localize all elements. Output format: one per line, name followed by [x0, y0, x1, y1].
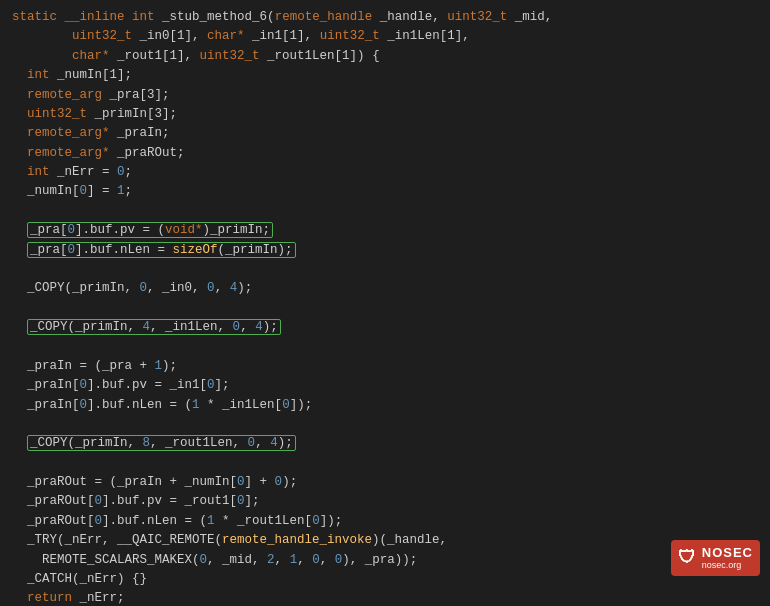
shield-icon: 🛡: [678, 544, 696, 572]
code-line-18: _COPY(_primIn, 8, _rout1Len, 0, 4);: [12, 434, 758, 453]
code-line-5: remote_arg _pra[3];: [12, 86, 758, 105]
code-line-16: _praIn[0].buf.pv = _in1[0];: [12, 376, 758, 395]
code-line-9: int _nErr = 0;: [12, 163, 758, 182]
code-line-20: _praROut[0].buf.pv = _rout1[0];: [12, 492, 758, 511]
code-line-10: _numIn[0] = 1;: [12, 182, 758, 201]
code-line-3: char* _rout1[1], uint32_t _rout1Len[1]) …: [12, 47, 758, 66]
code-line-blank3: [12, 299, 758, 318]
code-line-11: _pra[0].buf.pv = (void*)_primIn;: [12, 221, 758, 240]
code-line-14: _COPY(_primIn, 4, _in1Len, 0, 4);: [12, 318, 758, 337]
code-line-21: _praROut[0].buf.nLen = (1 * _rout1Len[0]…: [12, 512, 758, 531]
code-line-6: uint32_t _primIn[3];: [12, 105, 758, 124]
nosec-badge: 🛡 NOSEC nosec.org: [671, 540, 760, 576]
code-line-17: _praIn[0].buf.nLen = (1 * _in1Len[0]);: [12, 396, 758, 415]
code-line-blank4: [12, 337, 758, 356]
code-line-12: _pra[0].buf.nLen = sizeOf(_primIn);: [12, 241, 758, 260]
code-line-7: remote_arg* _praIn;: [12, 124, 758, 143]
code-line-15: _praIn = (_pra + 1);: [12, 357, 758, 376]
code-line-22: _TRY(_nErr, __QAIC_REMOTE(remote_handle_…: [12, 531, 758, 550]
code-line-25: return _nErr;: [12, 589, 758, 606]
code-viewer: static __inline int _stub_method_6(remot…: [0, 0, 770, 606]
code-line-1: static __inline int _stub_method_6(remot…: [12, 8, 758, 27]
code-line-blank1: [12, 202, 758, 221]
code-line-19: _praROut = (_praIn + _numIn[0] + 0);: [12, 473, 758, 492]
code-line-8: remote_arg* _praROut;: [12, 144, 758, 163]
code-line-4: int _numIn[1];: [12, 66, 758, 85]
code-line-2: uint32_t _in0[1], char* _in1[1], uint32_…: [12, 27, 758, 46]
code-line-24: _CATCH(_nErr) {}: [12, 570, 758, 589]
code-line-13: _COPY(_primIn, 0, _in0, 0, 4);: [12, 279, 758, 298]
code-line-blank5: [12, 415, 758, 434]
code-line-blank6: [12, 454, 758, 473]
code-line-23: REMOTE_SCALARS_MAKEX(0, _mid, 2, 1, 0, 0…: [12, 551, 758, 570]
code-line-blank2: [12, 260, 758, 279]
nosec-text: NOSEC nosec.org: [702, 545, 753, 571]
